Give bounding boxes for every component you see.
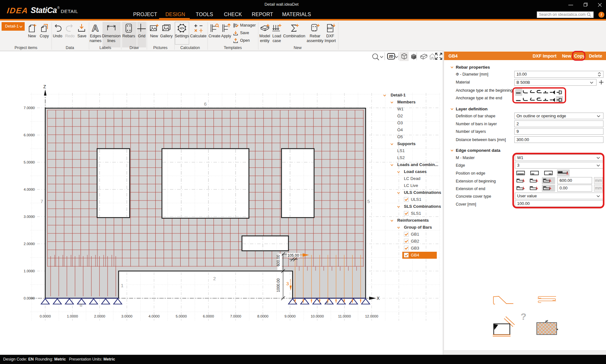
svg-text:1: 1 <box>121 283 123 288</box>
svg-text:1000.00: 1000.00 <box>276 278 281 292</box>
svg-text:8.0000: 8.0000 <box>257 314 268 318</box>
svg-text:2.0000: 2.0000 <box>24 242 35 246</box>
svg-text:2: 2 <box>213 276 216 281</box>
svg-text:DXF: DXF <box>328 27 333 30</box>
svg-text:5.0000: 5.0000 <box>24 160 35 164</box>
svg-text:11.0000: 11.0000 <box>338 314 351 318</box>
svg-text:0.0000: 0.0000 <box>24 296 35 300</box>
svg-text:9.0000: 9.0000 <box>284 314 295 318</box>
svg-text:5.0000: 5.0000 <box>176 314 187 318</box>
svg-text:3: 3 <box>286 281 289 286</box>
svg-text:6.0000: 6.0000 <box>24 133 35 137</box>
svg-text:X: X <box>377 296 380 301</box>
svg-text:10.0000: 10.0000 <box>311 314 324 318</box>
svg-text:4.0000: 4.0000 <box>148 314 159 318</box>
svg-text:7.0000: 7.0000 <box>230 314 241 318</box>
svg-text:8: 8 <box>80 302 82 308</box>
svg-text:6: 6 <box>204 101 207 107</box>
svg-text:0.0000: 0.0000 <box>40 314 51 318</box>
svg-text:1.0000: 1.0000 <box>67 314 78 318</box>
svg-text:3.0000: 3.0000 <box>121 314 132 318</box>
svg-text:6.0000: 6.0000 <box>203 314 214 318</box>
svg-text:</>: </> <box>180 27 184 30</box>
svg-text:A: A <box>92 23 99 33</box>
svg-text:105.00: 105.00 <box>288 253 299 258</box>
svg-text:5: 5 <box>367 199 370 204</box>
svg-text:1.0000: 1.0000 <box>24 269 35 273</box>
svg-text:600.00: 600.00 <box>276 255 281 266</box>
svg-text:7: 7 <box>40 199 43 204</box>
svg-text:Z: Z <box>43 84 46 89</box>
svg-text:7.0000: 7.0000 <box>24 106 35 110</box>
svg-text:2.0000: 2.0000 <box>94 314 105 318</box>
svg-text:4.0000: 4.0000 <box>24 188 35 191</box>
svg-text:3.0000: 3.0000 <box>24 215 35 219</box>
svg-text:12.0000: 12.0000 <box>365 314 378 318</box>
svg-text:4: 4 <box>326 300 328 306</box>
